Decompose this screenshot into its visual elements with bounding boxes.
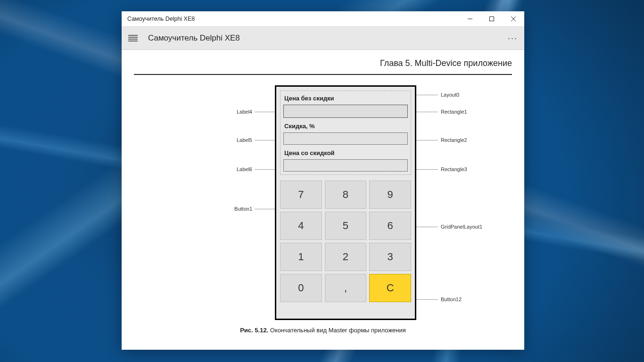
- leader-line: [416, 227, 438, 227]
- layout0-container: Цена без скидки Скидка, % Цена со скидко…: [280, 90, 411, 175]
- keypad-button-0[interactable]: 0: [280, 274, 322, 302]
- leader-line: [416, 95, 438, 95]
- callout-rectangle2: Rectangle2: [441, 137, 467, 143]
- menu-button[interactable]: [126, 32, 140, 45]
- minimize-icon: [468, 16, 472, 21]
- leader-line: [416, 140, 438, 140]
- figure: Label4 Label5 Label6 Button1 Layout0 Rec…: [134, 82, 512, 342]
- leader-line: [416, 169, 438, 170]
- window-controls: [459, 11, 524, 26]
- callout-button1: Button1: [224, 206, 252, 212]
- figure-caption-number: Рис. 5.12.: [240, 327, 268, 334]
- leader-line: [416, 112, 438, 112]
- label-discount-pct: Скидка, %: [284, 123, 407, 130]
- callout-layout0: Layout0: [441, 92, 459, 98]
- app-window: Самоучитель Delphi XE8 Самоучитель Delph…: [122, 11, 524, 350]
- titlebar: Самоучитель Delphi XE8: [122, 11, 524, 26]
- content-area: Глава 5. Multi-Device приложение Label4 …: [122, 50, 524, 350]
- callout-gridpanel: GridPanelLayout1: [441, 224, 482, 230]
- keypad-button-2[interactable]: 2: [325, 243, 367, 271]
- rectangle2: [283, 132, 408, 145]
- callout-rectangle3: Rectangle3: [441, 166, 467, 172]
- rectangle1: [283, 105, 408, 118]
- leader-line: [255, 169, 275, 170]
- keypad-button-3[interactable]: 3: [369, 243, 411, 271]
- keypad-button-7[interactable]: 7: [280, 181, 322, 209]
- maximize-icon: [489, 16, 494, 21]
- chapter-title: Глава 5. Multi-Device приложение: [380, 58, 512, 68]
- chapter-header: Глава 5. Multi-Device приложение: [134, 56, 512, 75]
- rectangle3: [283, 159, 408, 172]
- form-designer: Цена без скидки Скидка, % Цена со скидко…: [275, 85, 416, 320]
- keypad-button-5[interactable]: 5: [325, 212, 367, 240]
- keypad-button-1[interactable]: 1: [280, 243, 322, 271]
- figure-caption: Рис. 5.12. Окончательный вид Master форм…: [240, 327, 406, 334]
- toolbar-title: Самоучитель Delphi XE8: [148, 33, 240, 43]
- app-toolbar: Самоучитель Delphi XE8 ···: [122, 26, 524, 50]
- leader-line: [416, 299, 438, 300]
- more-button[interactable]: ···: [508, 33, 520, 43]
- keypad-button-6[interactable]: 6: [369, 212, 411, 240]
- label-price-with-discount: Цена со скидкой: [284, 149, 407, 156]
- leader-line: [255, 209, 275, 209]
- figure-diagram: Label4 Label5 Label6 Button1 Layout0 Rec…: [167, 85, 479, 320]
- grid-panel-layout: 7 8 9 4 5 6 1 2 3 0 , C: [280, 181, 411, 302]
- keypad-button-9[interactable]: 9: [369, 181, 411, 209]
- callout-label5: Label5: [224, 137, 252, 143]
- label-price-no-discount: Цена без скидки: [284, 95, 407, 102]
- keypad-button-clear[interactable]: C: [369, 274, 411, 302]
- callout-label4: Label4: [224, 109, 252, 115]
- close-icon: [511, 16, 516, 21]
- keypad-button-8[interactable]: 8: [325, 181, 367, 209]
- window-title: Самоучитель Delphi XE8: [127, 16, 195, 22]
- callout-label6: Label6: [224, 166, 252, 172]
- leader-line: [255, 140, 275, 140]
- figure-caption-text: Окончательный вид Master формы приложени…: [268, 327, 406, 334]
- field-group: Цена со скидкой: [283, 149, 408, 172]
- maximize-button[interactable]: [481, 11, 503, 26]
- keypad-button-comma[interactable]: ,: [325, 274, 367, 302]
- callout-button12: Button12: [441, 296, 462, 302]
- field-group: Скидка, %: [283, 123, 408, 145]
- close-button[interactable]: [503, 11, 524, 26]
- keypad-button-4[interactable]: 4: [280, 212, 322, 240]
- menu-icon: [128, 35, 138, 41]
- svg-rect-0: [490, 16, 494, 21]
- minimize-button[interactable]: [459, 11, 481, 26]
- leader-line: [255, 112, 275, 112]
- field-group: Цена без скидки: [283, 95, 408, 118]
- callout-rectangle1: Rectangle1: [441, 109, 467, 115]
